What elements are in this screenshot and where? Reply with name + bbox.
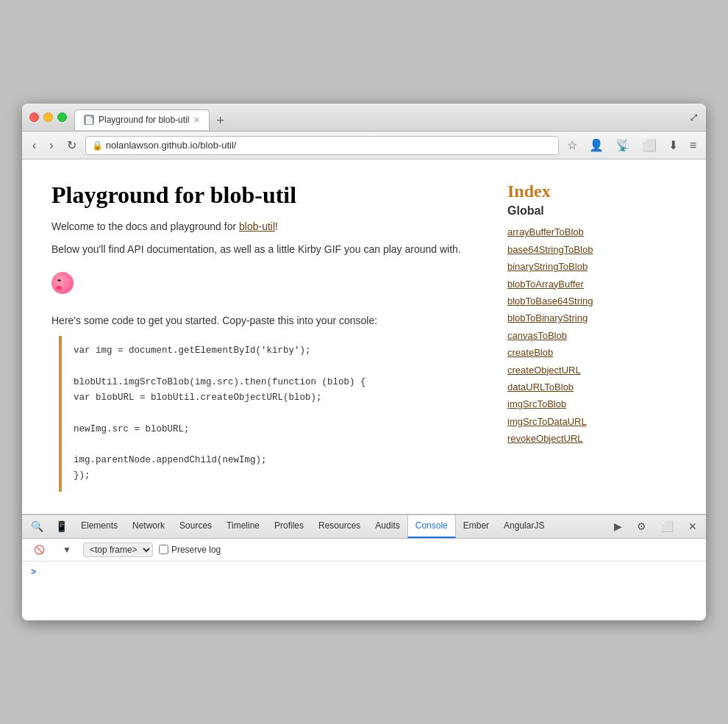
devtools-settings-button[interactable]: ⚙	[631, 517, 652, 535]
more-button[interactable]: ⬜	[638, 137, 660, 154]
index-link-canvastoblob[interactable]: canvasToBlob	[507, 327, 640, 344]
index-link-item: base64StringToBlob	[507, 241, 640, 258]
devtools-tabs: 🔍 📱 Elements Network Sources Timeline Pr…	[22, 515, 706, 539]
code-block: var img = document.getElementById('kirby…	[59, 336, 493, 491]
index-link-base64stringtoblob[interactable]: base64StringToBlob	[507, 241, 640, 258]
tab-console[interactable]: Console	[407, 515, 456, 538]
index-link-createblob[interactable]: createBlob	[507, 344, 640, 361]
close-tab-button[interactable]: ×	[193, 114, 199, 126]
new-tab-button[interactable]: +	[213, 112, 229, 130]
devtools-execute-button[interactable]: ▶	[608, 517, 628, 535]
browser-window: 📄 Playground for blob-util × + ⤢ ‹ › ↻ 🔒…	[22, 104, 706, 620]
code-line-5	[74, 406, 481, 421]
user-button[interactable]: 👤	[585, 137, 607, 154]
index-link-item: imgSrcToDataURL	[507, 413, 640, 430]
minimize-button[interactable]	[43, 112, 53, 122]
back-button[interactable]: ‹	[28, 137, 40, 154]
index-link-item: createObjectURL	[507, 362, 640, 379]
index-link-blobtoarraybuffer[interactable]: blobToArrayBuffer	[507, 276, 640, 293]
code-line-1: var img = document.getElementById('kirby…	[74, 343, 481, 359]
blob-util-link[interactable]: blob-util	[239, 221, 275, 232]
index-link-revokeobjecturl[interactable]: revokeObjectURL	[507, 430, 640, 447]
preserve-log-toggle[interactable]: Preserve log	[159, 545, 221, 555]
title-bar: 📄 Playground for blob-util × + ⤢	[22, 104, 706, 132]
tab-ember[interactable]: Ember	[456, 515, 496, 538]
kirby-gif	[51, 272, 74, 294]
tab-bar: 📄 Playground for blob-util × +	[74, 105, 689, 130]
menu-button[interactable]: ≡	[686, 137, 700, 154]
console-filter-button[interactable]: ▼	[57, 542, 77, 558]
tab-resources[interactable]: Resources	[311, 515, 368, 538]
index-link-createobjecturl[interactable]: createObjectURL	[507, 362, 640, 379]
active-tab[interactable]: 📄 Playground for blob-util ×	[74, 110, 210, 130]
expand-button[interactable]: ⤢	[689, 110, 699, 124]
index-link-item: blobToBase64String	[507, 293, 640, 309]
download-button[interactable]: ⬇	[665, 137, 682, 154]
index-link-item: imgSrcToBlob	[507, 395, 640, 412]
code-line-8	[74, 437, 481, 453]
intro-paragraph-1: Welcome to the docs and playground for b…	[51, 219, 493, 234]
index-link-item: blobToBinaryString	[507, 309, 640, 326]
index-link-item: blobToArrayBuffer	[507, 276, 640, 293]
tab-angularjs[interactable]: AngularJS	[496, 515, 552, 538]
index-link-binarystringtoblob[interactable]: binaryStringToBlob	[507, 258, 640, 275]
index-link-blobtobinarystring[interactable]: blobToBinaryString	[507, 309, 640, 326]
reload-button[interactable]: ↻	[63, 137, 81, 154]
index-link-item: dataURLToBlob	[507, 379, 640, 395]
forward-button[interactable]: ›	[45, 137, 57, 154]
index-title: Index	[507, 182, 640, 201]
main-content: Playground for blob-util Welcome to the …	[51, 182, 493, 491]
index-link-imgsrctodataurl[interactable]: imgSrcToDataURL	[507, 413, 640, 430]
bookmark-button[interactable]: ☆	[563, 137, 581, 154]
index-link-imgsrctoblob[interactable]: imgSrcToBlob	[507, 395, 640, 412]
intro-paragraph-2: Below you'll find API documentation, as …	[51, 242, 493, 257]
url-text: nolanlawson.github.io/blob-util/	[106, 140, 552, 151]
index-link-arraybuffertoblob[interactable]: arrayBufferToBlob	[507, 223, 640, 240]
nav-bar: ‹ › ↻ 🔒 nolanlawson.github.io/blob-util/…	[22, 132, 706, 160]
tab-network[interactable]: Network	[125, 515, 172, 538]
devtools-toolbar: 🚫 ▼ <top frame> Preserve log	[22, 539, 706, 562]
preserve-log-checkbox[interactable]	[159, 545, 168, 554]
code-line-3: blobUtil.imgSrcToBlob(img.src).then(func…	[74, 375, 481, 390]
code-intro-text: Here's some code to get you started. Cop…	[51, 313, 493, 329]
page-title: Playground for blob-util	[51, 182, 493, 209]
page-content: Playground for blob-util Welcome to the …	[22, 160, 706, 513]
preserve-log-label: Preserve log	[171, 545, 221, 555]
devtools-dock-button[interactable]: ⬜	[655, 517, 679, 535]
code-line-6: newImg.src = blobURL;	[74, 422, 481, 437]
index-link-item: arrayBufferToBlob	[507, 223, 640, 240]
intro-text-1: Welcome to the docs and playground for	[51, 221, 239, 232]
tab-audits[interactable]: Audits	[368, 515, 407, 538]
frame-selector[interactable]: <top frame>	[83, 542, 153, 557]
tab-title: Playground for blob-util	[99, 115, 189, 125]
devtools-close-button[interactable]: ✕	[682, 517, 703, 535]
tab-favicon: 📄	[84, 115, 94, 125]
traffic-lights	[29, 112, 67, 122]
devtools-inspect-button[interactable]: 🔍	[25, 517, 49, 535]
maximize-button[interactable]	[57, 112, 67, 122]
sidebar: Index Global arrayBufferToBlobbase64Stri…	[493, 182, 640, 491]
index-global: Global	[507, 204, 640, 218]
index-links: arrayBufferToBlobbase64StringToBlobbinar…	[507, 223, 640, 447]
tab-sources[interactable]: Sources	[172, 515, 219, 538]
code-line-10: });	[74, 468, 481, 484]
code-line-4: var blobURL = blobUtil.createObjectURL(b…	[74, 390, 481, 406]
devtools-device-button[interactable]: 📱	[49, 517, 74, 535]
intro-text-end: !	[275, 221, 278, 232]
tab-profiles[interactable]: Profiles	[267, 515, 311, 538]
index-link-item: revokeObjectURL	[507, 430, 640, 447]
console-output: >	[22, 562, 706, 620]
tab-elements[interactable]: Elements	[74, 515, 125, 538]
index-link-dataurltoblob[interactable]: dataURLToBlob	[507, 379, 640, 395]
address-bar[interactable]: 🔒 nolanlawson.github.io/blob-util/	[85, 136, 559, 155]
lock-icon: 🔒	[92, 140, 103, 151]
console-clear-button[interactable]: 🚫	[28, 542, 51, 558]
index-link-item: canvasToBlob	[507, 327, 640, 344]
devtools-panel: 🔍 📱 Elements Network Sources Timeline Pr…	[22, 514, 706, 620]
index-link-item: createBlob	[507, 344, 640, 361]
close-button[interactable]	[29, 112, 39, 122]
tab-timeline[interactable]: Timeline	[219, 515, 267, 538]
cast-button[interactable]: 📡	[612, 137, 634, 154]
index-link-blobtobase64string[interactable]: blobToBase64String	[507, 293, 640, 309]
index-link-item: binaryStringToBlob	[507, 258, 640, 275]
